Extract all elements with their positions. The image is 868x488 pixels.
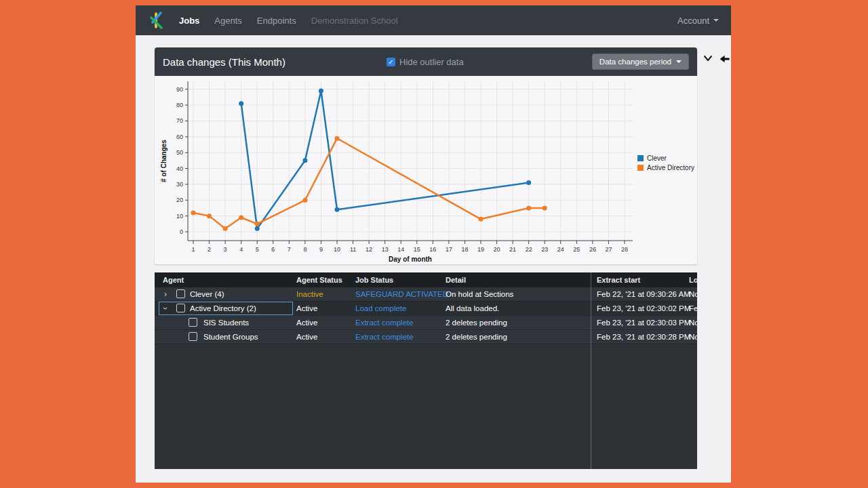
table-row[interactable]: SIS StudentsActiveExtract complete2 dele… bbox=[155, 316, 697, 330]
y-axis-title: # of Changes bbox=[160, 140, 167, 182]
agent-status: Active bbox=[296, 302, 317, 315]
svg-text:22: 22 bbox=[526, 246, 532, 253]
nav-item-agents[interactable]: Agents bbox=[214, 16, 241, 26]
svg-text:50: 50 bbox=[176, 149, 183, 156]
svg-text:7: 7 bbox=[288, 246, 291, 253]
svg-text:25: 25 bbox=[573, 246, 580, 253]
agent-status: Active bbox=[296, 316, 317, 329]
svg-text:8: 8 bbox=[303, 246, 307, 253]
job-status-link[interactable]: Extract complete bbox=[355, 316, 414, 329]
column-header-lo[interactable]: Lo bbox=[689, 272, 697, 287]
svg-text:60: 60 bbox=[176, 134, 183, 140]
column-header-extract-start[interactable]: Extract start bbox=[597, 272, 640, 287]
svg-text:23: 23 bbox=[541, 246, 548, 253]
svg-text:19: 19 bbox=[477, 246, 484, 253]
nav-item-endpoints[interactable]: Endpoints bbox=[257, 16, 296, 26]
table-row[interactable]: ›Clever (4)InactiveSAFEGUARD ACTIVATEDOn… bbox=[155, 287, 697, 302]
svg-text:16: 16 bbox=[429, 246, 436, 253]
job-detail: On hold at Sections bbox=[446, 287, 513, 301]
period-button-label: Data changes period bbox=[599, 58, 671, 66]
table-header-row: AgentAgent StatusJob StatusDetailExtract… bbox=[155, 272, 697, 287]
extract-start-time: Feb 22, '21 at 09:30:26 AM bbox=[597, 287, 690, 301]
load-start-time: Fe bbox=[689, 302, 697, 315]
job-detail: 2 deletes pending bbox=[446, 316, 507, 329]
svg-text:18: 18 bbox=[461, 246, 468, 253]
extract-start-time: Feb 23, '21 at 02:30:02 PM bbox=[597, 302, 690, 315]
nav-item-demonstration-school[interactable]: Demonstration School bbox=[311, 16, 398, 26]
svg-text:20: 20 bbox=[494, 246, 500, 253]
top-navbar: Jobs Agents Endpoints Demonstration Scho… bbox=[136, 5, 731, 35]
svg-text:40: 40 bbox=[176, 165, 183, 172]
svg-text:17: 17 bbox=[446, 246, 452, 253]
agent-status: Active bbox=[296, 330, 317, 344]
chevron-right-icon[interactable]: › bbox=[164, 287, 167, 301]
chevron-down-icon bbox=[713, 19, 719, 22]
svg-text:24: 24 bbox=[557, 246, 564, 253]
svg-text:13: 13 bbox=[382, 246, 389, 253]
line-chart: 0102030405060708090123456789101112131415… bbox=[155, 76, 697, 264]
job-status-link[interactable]: Load complete bbox=[355, 302, 406, 315]
chevron-down-icon bbox=[676, 60, 682, 63]
svg-text:26: 26 bbox=[589, 246, 596, 253]
job-status-link[interactable]: SAFEGUARD ACTIVATED bbox=[355, 287, 448, 301]
agent-status: Inactive bbox=[296, 287, 323, 301]
agent-name: SIS Students bbox=[203, 316, 249, 329]
hide-outlier-group: ✓ Hide outlier data bbox=[387, 57, 464, 67]
svg-text:20: 20 bbox=[176, 197, 183, 203]
column-divider bbox=[591, 272, 591, 469]
table-row[interactable]: Student GroupsActiveExtract complete2 de… bbox=[155, 330, 697, 344]
svg-text:90: 90 bbox=[176, 86, 183, 93]
row-checkbox[interactable] bbox=[189, 332, 197, 341]
load-start-time: No bbox=[689, 330, 697, 344]
svg-text:2: 2 bbox=[208, 246, 211, 253]
column-header-agent[interactable]: Agent bbox=[163, 272, 184, 287]
agents-table-panel: AgentAgent StatusJob StatusDetailExtract… bbox=[155, 272, 697, 469]
job-status-link[interactable]: Extract complete bbox=[355, 330, 414, 344]
agent-name: Clever (4) bbox=[190, 287, 224, 301]
svg-text:80: 80 bbox=[176, 102, 183, 108]
table-row[interactable]: ›Active Directory (2)ActiveLoad complete… bbox=[155, 302, 697, 316]
data-changes-panel: Data changes (This Month) ✓ Hide outlier… bbox=[155, 47, 697, 264]
row-checkbox[interactable] bbox=[176, 289, 185, 298]
agent-name: Student Groups bbox=[203, 330, 258, 344]
line-chart-svg: 0102030405060708090123456789101112131415… bbox=[155, 76, 697, 264]
load-start-time: No bbox=[689, 316, 697, 329]
row-checkbox[interactable] bbox=[176, 304, 185, 312]
column-header-detail[interactable]: Detail bbox=[446, 272, 466, 287]
svg-text:5: 5 bbox=[256, 246, 259, 253]
svg-text:21: 21 bbox=[509, 246, 516, 253]
account-dropdown[interactable]: Account bbox=[677, 16, 719, 26]
table-body: ›Clever (4)InactiveSAFEGUARD ACTIVATEDOn… bbox=[155, 287, 697, 344]
svg-text:9: 9 bbox=[319, 246, 323, 253]
brand-logo-icon[interactable] bbox=[148, 12, 165, 29]
svg-text:30: 30 bbox=[176, 181, 183, 188]
agent-name: Active Directory (2) bbox=[190, 302, 256, 315]
svg-text:28: 28 bbox=[621, 246, 628, 253]
legend-label: Active Directory bbox=[647, 164, 694, 171]
data-changes-panel-header: Data changes (This Month) ✓ Hide outlier… bbox=[155, 47, 697, 76]
mouse-cursor bbox=[719, 54, 731, 64]
job-detail: 2 deletes pending bbox=[446, 330, 507, 344]
column-header-job-status[interactable]: Job Status bbox=[355, 272, 393, 287]
svg-text:3: 3 bbox=[224, 246, 227, 253]
svg-text:10: 10 bbox=[176, 213, 183, 220]
account-label: Account bbox=[677, 16, 709, 26]
nav-item-jobs[interactable]: Jobs bbox=[179, 16, 199, 26]
svg-text:1: 1 bbox=[191, 246, 195, 253]
load-start-time: No bbox=[689, 287, 697, 301]
collapse-panel-chevron-icon[interactable] bbox=[702, 53, 714, 64]
legend-label: Clever bbox=[647, 155, 667, 162]
panel-title: Data changes (This Month) bbox=[163, 56, 285, 68]
svg-text:27: 27 bbox=[605, 246, 612, 253]
column-header-agent-status[interactable]: Agent Status bbox=[296, 272, 342, 287]
svg-text:70: 70 bbox=[176, 117, 183, 124]
svg-text:15: 15 bbox=[414, 246, 420, 253]
row-checkbox[interactable] bbox=[189, 318, 197, 327]
svg-text:11: 11 bbox=[350, 246, 356, 253]
svg-text:6: 6 bbox=[271, 246, 275, 253]
svg-text:0: 0 bbox=[180, 228, 183, 235]
chevron-down-icon[interactable]: › bbox=[159, 307, 172, 310]
hide-outlier-checkbox[interactable]: ✓ bbox=[387, 58, 395, 66]
extract-start-time: Feb 23, '21 at 02:30:28 PM bbox=[597, 330, 690, 344]
data-changes-period-button[interactable]: Data changes period bbox=[592, 54, 689, 70]
